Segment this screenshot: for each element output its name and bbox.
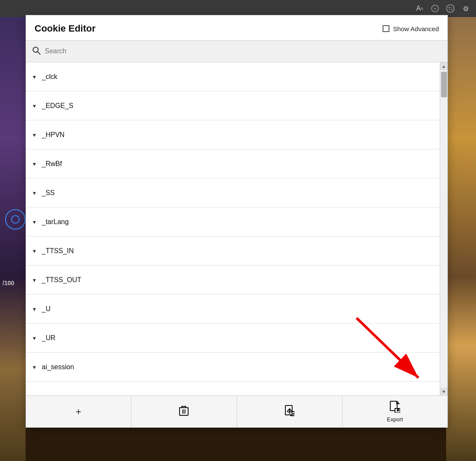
delete-cookie-button[interactable] — [131, 396, 237, 427]
svg-text:+: + — [433, 6, 436, 12]
import-cookie-button[interactable] — [237, 396, 342, 427]
settings-icon[interactable]: ⚙ — [459, 2, 473, 15]
cookie-list-item[interactable]: ▾ _EDGE_S — [26, 91, 447, 120]
cookie-name-label: _TTSS_IN — [42, 247, 74, 255]
cookie-list-item[interactable]: ▾ _HPVN — [26, 120, 447, 149]
cookie-list-container: ▾ _clck ▾ _EDGE_S ▾ _HPVN ▾ _RwBf ▾ _SS … — [26, 62, 447, 395]
show-advanced-wrapper: Show Advanced — [383, 25, 439, 32]
cookie-list-item[interactable]: ▾ _U — [26, 295, 447, 324]
add-favorites-icon[interactable]: + — [428, 2, 442, 15]
background-right — [446, 0, 476, 461]
cookie-name-label: _SS — [42, 189, 55, 197]
left-indicator-inner — [11, 215, 20, 224]
cookie-list-item[interactable]: ▾ ai_session — [26, 353, 447, 382]
cookie-name-label: _TTSS_OUT — [42, 276, 81, 284]
export-cookie-button[interactable]: Export — [342, 396, 447, 427]
show-advanced-checkbox[interactable] — [383, 25, 389, 32]
chevron-down-icon: ▾ — [33, 219, 36, 225]
import-icon — [285, 405, 294, 418]
scrollbar-track: ▲ ▼ — [440, 62, 447, 395]
delete-icon — [179, 405, 189, 418]
cookie-editor-panel: Cookie Editor Show Advanced ▾ _clck ▾ _E… — [26, 15, 448, 428]
cookie-icon[interactable] — [444, 2, 457, 15]
cookie-name-label: _HPVN — [42, 131, 64, 139]
chevron-down-icon: ▾ — [33, 190, 36, 196]
cookie-name-label: _clck — [42, 73, 57, 81]
cookie-name-label: _UR — [42, 334, 55, 342]
background-left — [0, 0, 26, 461]
cookie-name-label: ai_session — [42, 363, 74, 371]
search-input[interactable] — [45, 47, 441, 55]
svg-point-5 — [449, 9, 450, 10]
editor-title: Cookie Editor — [35, 23, 96, 34]
chevron-down-icon: ▾ — [33, 364, 36, 371]
svg-point-4 — [451, 7, 452, 8]
chevron-down-icon: ▾ — [33, 335, 36, 341]
scrollbar-down-arrow[interactable]: ▼ — [440, 388, 447, 395]
cookie-name-label: _tarLang — [42, 218, 69, 226]
chevron-down-icon: ▾ — [33, 248, 36, 254]
cookie-list-item[interactable]: ▾ _RwBf — [26, 149, 447, 178]
svg-point-2 — [447, 5, 454, 12]
cookie-list-item[interactable]: ▾ _TTSS_IN — [26, 236, 447, 266]
cookie-list-item[interactable]: ▾ _tarLang — [26, 207, 447, 236]
scrollbar-up-arrow[interactable]: ▲ — [440, 62, 447, 70]
svg-point-6 — [451, 9, 453, 10]
cookie-list-item[interactable]: ▾ _SS — [26, 178, 447, 207]
svg-line-8 — [38, 52, 40, 54]
browser-toolbar: AA + ⚙ — [0, 0, 476, 17]
chevron-down-icon: ▾ — [33, 73, 36, 80]
show-advanced-label[interactable]: Show Advanced — [393, 25, 439, 32]
search-bar — [26, 40, 447, 62]
add-cookie-button[interactable]: ＋ — [26, 396, 131, 427]
cookie-list: ▾ _clck ▾ _EDGE_S ▾ _HPVN ▾ _RwBf ▾ _SS … — [26, 62, 447, 395]
chevron-down-icon: ▾ — [33, 102, 36, 109]
editor-header: Cookie Editor Show Advanced — [26, 15, 447, 40]
cookie-list-item[interactable]: ▾ _clck — [26, 62, 447, 91]
svg-point-3 — [449, 7, 450, 9]
cookie-name-label: _U — [42, 305, 50, 313]
cookie-list-item[interactable]: ▾ _UR — [26, 324, 447, 353]
export-icon — [390, 401, 400, 414]
export-label: Export — [387, 416, 403, 423]
chevron-down-icon: ▾ — [33, 306, 36, 312]
chevron-down-icon: ▾ — [33, 131, 36, 138]
cookie-list-item[interactable]: ▾ _TTSS_OUT — [26, 266, 447, 295]
page-indicator: /100 — [3, 280, 14, 286]
bottom-toolbar: ＋ — [26, 395, 447, 427]
cookie-name-label: _EDGE_S — [42, 102, 73, 110]
add-icon: ＋ — [74, 407, 83, 416]
chevron-down-icon: ▾ — [33, 277, 36, 283]
chevron-down-icon: ▾ — [33, 160, 36, 167]
left-indicator — [5, 209, 26, 230]
scrollbar-thumb[interactable] — [441, 72, 447, 97]
font-size-icon[interactable]: AA — [413, 2, 427, 15]
search-icon — [32, 46, 41, 57]
cookie-name-label: _RwBf — [42, 160, 62, 168]
